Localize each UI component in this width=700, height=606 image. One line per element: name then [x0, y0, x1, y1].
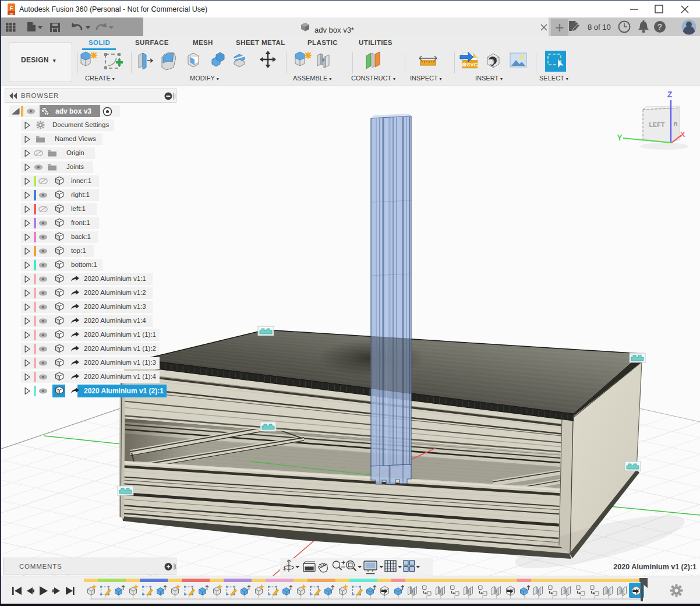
svg-text:LEFT: LEFT — [649, 121, 664, 128]
svg-text:Y: Y — [617, 133, 623, 142]
svg-text:360: 360 — [9, 12, 13, 15]
svg-text:Z: Z — [667, 90, 673, 99]
svg-text:X: X — [680, 130, 685, 139]
svg-text:?: ? — [657, 22, 663, 31]
svg-text:⚙SVG: ⚙SVG — [462, 62, 478, 68]
svg-text:R: R — [674, 121, 678, 127]
svg-text:F: F — [10, 5, 13, 11]
